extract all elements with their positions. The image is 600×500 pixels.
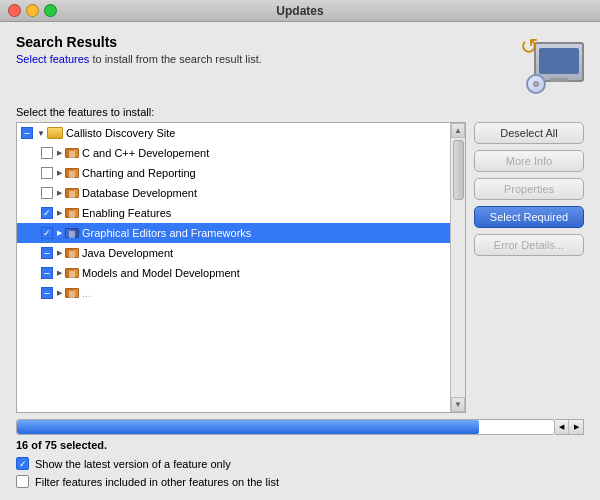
latest-label: Show the latest version of a feature onl…: [35, 458, 231, 470]
feature-list-scroll[interactable]: − ▼ Callisto Discovery Site ▶ ||| C and …: [17, 123, 465, 412]
checkbox-minus[interactable]: −: [41, 247, 53, 259]
checkbox-checked[interactable]: ✓: [41, 227, 53, 239]
plugin-icon: |||: [65, 168, 79, 178]
plugin-icon: |||: [65, 208, 79, 218]
error-details-button[interactable]: Error Details...: [474, 234, 584, 256]
plugin-icon: |||: [65, 248, 79, 258]
check-options: ✓ Show the latest version of a feature o…: [16, 457, 584, 488]
sidebar-buttons: Deselect All More Info Properties Select…: [474, 122, 584, 413]
main-content: Search Results Select features to instal…: [0, 22, 600, 500]
scrollbar[interactable]: ▲ ▼: [450, 123, 465, 412]
plugin-icon: |||: [65, 188, 79, 198]
scroll-left-arrow[interactable]: ◀: [555, 420, 569, 434]
list-item[interactable]: − ▼ Callisto Discovery Site: [17, 123, 465, 143]
list-item[interactable]: ▶ ||| Database Development: [17, 183, 465, 203]
maximize-button[interactable]: [44, 4, 57, 17]
expand-icon: ▼: [37, 129, 45, 138]
features-label: Select the features to install:: [16, 106, 584, 118]
plugin-icon: |||: [65, 288, 79, 298]
scroll-down-arrow[interactable]: ▼: [451, 397, 465, 412]
plugin-icon: |||: [65, 228, 79, 238]
checkbox-checked[interactable]: ✓: [41, 207, 53, 219]
progress-fill: [17, 420, 479, 434]
progress-scroll-controls: ◀ ▶: [555, 419, 584, 435]
monitor-icon-area: ↺: [520, 34, 584, 98]
title-bar-buttons: [8, 4, 57, 17]
tri-icon: ▶: [57, 249, 62, 257]
cd-icon: [526, 74, 546, 94]
plugin-icon: |||: [65, 268, 79, 278]
progress-bar: [16, 419, 555, 435]
more-info-button[interactable]: More Info: [474, 150, 584, 172]
deselect-all-button[interactable]: Deselect All: [474, 122, 584, 144]
checkbox-unchecked[interactable]: [41, 147, 53, 159]
list-item[interactable]: ▶ ||| C and C++ Developement: [17, 143, 465, 163]
properties-button[interactable]: Properties: [474, 178, 584, 200]
list-item[interactable]: − ▶ ||| Models and Model Development: [17, 263, 465, 283]
tri-icon: ▶: [57, 269, 62, 277]
close-button[interactable]: [8, 4, 21, 17]
check-row-filter: Filter features included in other featur…: [16, 475, 584, 488]
refresh-icon: ↺: [520, 34, 538, 60]
page-description: Select features to install from the sear…: [16, 53, 262, 65]
check-row-latest: ✓ Show the latest version of a feature o…: [16, 457, 584, 470]
checkbox-minus[interactable]: −: [41, 287, 53, 299]
tri-icon: ▶: [57, 169, 62, 177]
item-label: Callisto Discovery Site: [66, 127, 175, 139]
checkbox-unchecked[interactable]: [41, 167, 53, 179]
tri-icon: ▶: [57, 209, 62, 217]
selected-info: 16 of 75 selected.: [16, 439, 584, 451]
list-item[interactable]: − ▶ ||| Java Development: [17, 243, 465, 263]
scroll-thumb[interactable]: [453, 140, 464, 200]
filter-checkbox[interactable]: [16, 475, 29, 488]
list-item[interactable]: ✓ ▶ ||| Enabling Features: [17, 203, 465, 223]
list-item[interactable]: ✓ ▶ ||| Graphical Editors and Frameworks: [17, 223, 465, 243]
item-label: Graphical Editors and Frameworks: [82, 227, 251, 239]
item-label: ...: [82, 287, 91, 299]
list-item[interactable]: − ▶ ||| ...: [17, 283, 465, 303]
item-label: C and C++ Developement: [82, 147, 209, 159]
tri-icon: ▶: [57, 149, 62, 157]
header-text: Search Results Select features to instal…: [16, 34, 262, 65]
list-item[interactable]: ▶ ||| Charting and Reporting: [17, 163, 465, 183]
checkbox-unchecked[interactable]: [41, 187, 53, 199]
header-row: Search Results Select features to instal…: [16, 34, 584, 98]
tri-icon: ▶: [57, 189, 62, 197]
checkbox-minus[interactable]: −: [41, 267, 53, 279]
minimize-button[interactable]: [26, 4, 39, 17]
item-label: Enabling Features: [82, 207, 171, 219]
checkbox-minus[interactable]: −: [21, 127, 33, 139]
scroll-up-arrow[interactable]: ▲: [451, 123, 465, 138]
item-label: Java Development: [82, 247, 173, 259]
folder-icon: [47, 127, 63, 139]
tri-icon: ▶: [57, 289, 62, 297]
window-title: Updates: [276, 4, 323, 18]
page-heading: Search Results: [16, 34, 262, 50]
progress-bar-container: ◀ ▶: [16, 419, 584, 435]
item-label: Charting and Reporting: [82, 167, 196, 179]
item-label: Database Development: [82, 187, 197, 199]
title-bar: Updates: [0, 0, 600, 22]
main-area: − ▼ Callisto Discovery Site ▶ ||| C and …: [16, 122, 584, 413]
select-required-button[interactable]: Select Required: [474, 206, 584, 228]
latest-checkbox[interactable]: ✓: [16, 457, 29, 470]
plugin-icon: |||: [65, 148, 79, 158]
feature-list-container: − ▼ Callisto Discovery Site ▶ ||| C and …: [16, 122, 466, 413]
item-label: Models and Model Development: [82, 267, 240, 279]
scroll-right-arrow[interactable]: ▶: [569, 420, 583, 434]
filter-label: Filter features included in other featur…: [35, 476, 279, 488]
tri-icon: ▶: [57, 229, 62, 237]
scroll-track: [451, 138, 465, 397]
